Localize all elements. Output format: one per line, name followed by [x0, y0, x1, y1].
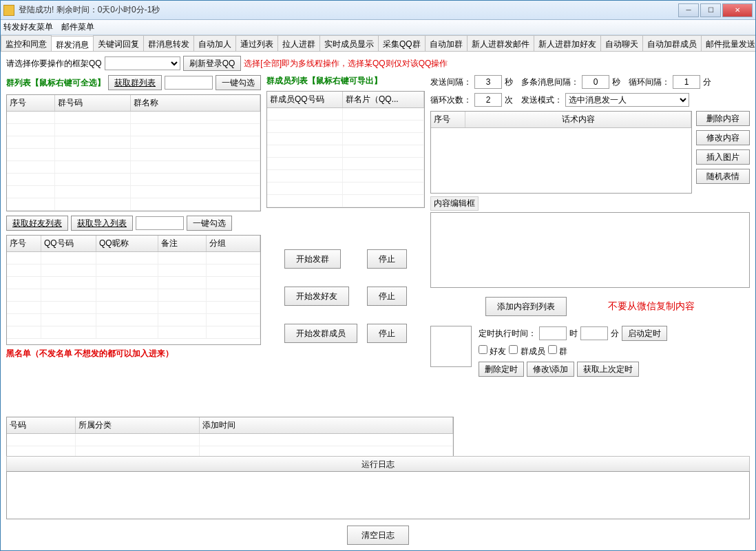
preview-box [430, 326, 472, 367]
refresh-login-button[interactable]: 刷新登录QQ [183, 56, 242, 71]
send-interval-input[interactable] [474, 75, 502, 89]
tab-3[interactable]: 群消息转发 [143, 35, 194, 51]
fcol-nick: QQ昵称 [96, 236, 158, 251]
group-list-grid[interactable]: 序号 群号码 群名称 [6, 94, 261, 211]
warn-text: 不要从微信复制内容 [608, 300, 695, 313]
tab-1[interactable]: 群发消息 [51, 36, 94, 52]
fcol-group: 分组 [207, 236, 260, 251]
send-mode-select[interactable]: 选中消息发一人 [565, 93, 689, 107]
multi-interval-label: 多条消息间隔： [521, 76, 579, 88]
bcol-cat: 所属分类 [76, 417, 200, 433]
fcol-qq: QQ号码 [41, 236, 96, 251]
menu-mail[interactable]: 邮件菜单 [61, 21, 94, 33]
add-to-list-button[interactable]: 添加内容到列表 [485, 297, 567, 316]
clear-log-button[interactable]: 清空日志 [347, 526, 409, 545]
content-editor-textarea[interactable] [430, 212, 750, 288]
group-check-all-button[interactable]: 一键勾选 [216, 75, 261, 90]
tab-7[interactable]: 实时成员显示 [319, 35, 379, 51]
script-grid[interactable]: 序号 话术内容 [430, 111, 692, 194]
delete-content-button[interactable]: 删除内容 [696, 111, 750, 126]
stop-member-button[interactable]: 停止 [367, 324, 407, 343]
start-send-member-button[interactable]: 开始发群成员 [284, 324, 357, 343]
random-emoji-button[interactable]: 随机表情 [696, 169, 750, 184]
mcol-card: 群名片（QQ... [343, 92, 424, 107]
delete-timer-button[interactable]: 删除定时 [479, 362, 524, 377]
hour-label: 时 [569, 328, 578, 340]
log-textarea[interactable] [6, 471, 750, 519]
loop-count-input[interactable] [474, 93, 502, 107]
fetch-friend-list-button[interactable]: 获取好友列表 [6, 216, 68, 231]
start-send-group-button[interactable]: 开始发群 [284, 249, 341, 269]
close-button[interactable]: ✕ [722, 3, 753, 17]
app-icon [3, 5, 14, 16]
frame-qq-select[interactable] [105, 56, 180, 70]
bcol-time: 添加时间 [200, 417, 453, 433]
group-filter-input[interactable] [165, 76, 213, 90]
last-timer-button[interactable]: 获取上次定时 [577, 362, 639, 377]
scol-content: 话术内容 [465, 112, 691, 127]
content-editor-label: 内容编辑框 [430, 196, 479, 211]
member-list-title: 群成员列表【鼠标右键可导出】 [266, 75, 382, 87]
tab-6[interactable]: 拉人进群 [277, 35, 320, 51]
ck-group[interactable]: 群 [548, 345, 567, 357]
send-mode-label: 发送模式： [521, 94, 563, 106]
insert-image-button[interactable]: 插入图片 [696, 149, 750, 165]
col-groupname: 群名称 [131, 95, 260, 111]
tabs: 监控和同意群发消息关键词回复群消息转发自动加人通过列表拉人进群实时成员显示采集Q… [1, 35, 755, 52]
stop-group-button[interactable]: 停止 [367, 249, 407, 269]
loop-interval-label: 循环间隔： [629, 76, 670, 88]
blacklist-title: 黑名单（不发名单 不想发的都可以加入进来） [6, 348, 261, 360]
tab-5[interactable]: 通过列表 [235, 35, 278, 51]
fetch-group-list-button[interactable]: 获取群列表 [108, 75, 162, 90]
tab-13[interactable]: 自动加群成员 [642, 35, 702, 51]
group-list-title: 群列表【鼠标右键可全选】 [6, 77, 105, 89]
minimize-button[interactable]: ─ [678, 3, 699, 17]
fetch-import-list-button[interactable]: 获取导入列表 [71, 216, 133, 231]
ck-friend[interactable]: 好友 [479, 345, 506, 357]
loop-count-label: 循环次数： [430, 94, 472, 106]
edit-timer-button[interactable]: 修改\添加 [527, 362, 574, 377]
timer-min-input[interactable] [580, 326, 608, 340]
frame-qq-label: 请选择你要操作的框架QQ [6, 58, 102, 70]
min-label-2: 分 [611, 328, 619, 340]
mcol-qq: 群成员QQ号码 [267, 92, 343, 107]
window-title: 登陆成功! 剩余时间：0天0小时0分-1秒 [19, 4, 677, 16]
log-title: 运行日志 [6, 456, 750, 471]
tab-4[interactable]: 自动加人 [193, 35, 236, 51]
col-groupno: 群号码 [55, 95, 131, 111]
note-text: 选择[全部]即为多线程操作，选择某QQ则仅对该QQ操作 [244, 58, 448, 70]
start-send-friend-button[interactable]: 开始发好友 [284, 287, 349, 306]
friend-filter-input[interactable] [136, 216, 184, 230]
multi-interval-input[interactable] [582, 75, 609, 89]
tab-8[interactable]: 采集QQ群 [378, 35, 426, 51]
tab-2[interactable]: 关键词回复 [93, 35, 144, 51]
ck-member[interactable]: 群成员 [509, 345, 545, 357]
send-interval-label: 发送间隔： [430, 76, 472, 88]
menu-forward-friend[interactable]: 转发好友菜单 [3, 21, 53, 33]
fcol-index: 序号 [7, 236, 41, 251]
maximize-button[interactable]: ☐ [700, 3, 721, 17]
sec-label-2: 秒 [612, 76, 620, 88]
bcol-no: 号码 [7, 417, 76, 433]
member-list-grid[interactable]: 群成员QQ号码 群名片（QQ... [266, 91, 425, 208]
scol-index: 序号 [431, 112, 465, 127]
friend-check-all-button[interactable]: 一键勾选 [187, 216, 232, 231]
times-label: 次 [505, 94, 513, 106]
titlebar: 登陆成功! 剩余时间：0天0小时0分-1秒 ─ ☐ ✕ [1, 1, 755, 20]
loop-interval-input[interactable] [673, 75, 700, 89]
tab-9[interactable]: 自动加群 [425, 35, 468, 51]
fcol-remark: 备注 [158, 236, 207, 251]
edit-content-button[interactable]: 修改内容 [696, 130, 750, 145]
min-label: 分 [703, 76, 711, 88]
stop-friend-button[interactable]: 停止 [367, 287, 407, 306]
timer-label: 定时执行时间： [479, 328, 536, 340]
sec-label-1: 秒 [505, 76, 513, 88]
friend-list-grid[interactable]: 序号 QQ号码 QQ昵称 备注 分组 [6, 235, 261, 345]
start-timer-button[interactable]: 启动定时 [622, 326, 667, 341]
timer-hour-input[interactable] [539, 326, 567, 340]
tab-0[interactable]: 监控和同意 [1, 35, 52, 51]
tab-12[interactable]: 自动聊天 [600, 35, 643, 51]
tab-10[interactable]: 新人进群发邮件 [467, 35, 534, 51]
tab-11[interactable]: 新人进群加好友 [534, 35, 601, 51]
tab-14[interactable]: 邮件批量发送 [701, 35, 755, 51]
